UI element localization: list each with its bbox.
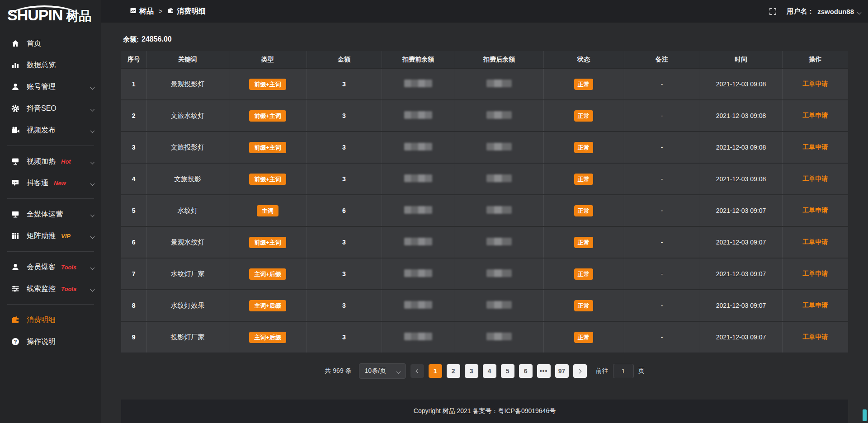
cell-keyword: 水纹灯 xyxy=(146,195,229,226)
goto-page: 前往 页 xyxy=(596,364,645,378)
ticket-request-link[interactable]: 工单申请 xyxy=(802,80,828,87)
vip-tag: VIP xyxy=(61,233,71,240)
goto-page-input[interactable] xyxy=(613,364,634,378)
cell-balance-after xyxy=(455,195,543,226)
ticket-request-link[interactable]: 工单申请 xyxy=(802,301,828,309)
type-badge: 主词 xyxy=(257,205,278,216)
more-pages-button[interactable]: ••• xyxy=(537,364,551,378)
cell-no: 4 xyxy=(121,163,146,195)
cell-status: 正常 xyxy=(543,195,624,226)
cell-no: 1 xyxy=(121,68,146,100)
sidebar-item-label: 全媒体运营 xyxy=(27,210,63,219)
cell-no: 6 xyxy=(121,226,146,258)
page-button-last[interactable]: 97 xyxy=(555,364,569,378)
ticket-request-link[interactable]: 工单申请 xyxy=(802,270,828,277)
page-size-select[interactable]: 10条/页 xyxy=(359,363,406,379)
sidebar-item-member-baoke[interactable]: 会员爆客 Tools xyxy=(0,256,101,278)
cell-type: 主词 xyxy=(229,195,307,226)
video-camera-icon xyxy=(11,126,20,134)
sidebar-item-label: 抖音SEO xyxy=(27,104,57,113)
col-header-keyword: 关键词 xyxy=(146,51,229,68)
sidebar-item-douyin-seo[interactable]: 抖音SEO xyxy=(0,98,101,119)
status-badge: 正常 xyxy=(574,268,593,280)
sidebar-nav: 首页 数据总览 账号管理 抖音SEO 视频发布 视频加热 Hot xyxy=(0,33,101,352)
cell-amount: 3 xyxy=(307,132,382,163)
page-button-5[interactable]: 5 xyxy=(501,364,514,378)
breadcrumb-current[interactable]: 消费明细 xyxy=(167,7,206,16)
redacted-value xyxy=(404,206,432,214)
ticket-request-link[interactable]: 工单申请 xyxy=(802,207,828,214)
sidebar-item-label: 视频发布 xyxy=(27,126,56,135)
sidebar-item-data-overview[interactable]: 数据总览 xyxy=(0,54,101,76)
sidebar-item-video-publish[interactable]: 视频发布 xyxy=(0,119,101,141)
ticket-request-link[interactable]: 工单申请 xyxy=(802,333,828,340)
page-size-value: 10条/页 xyxy=(365,367,386,375)
breadcrumb-home[interactable]: 树品 xyxy=(130,7,154,16)
ticket-request-link[interactable]: 工单申请 xyxy=(802,238,828,245)
sidebar-item-omnimedia[interactable]: 全媒体运营 xyxy=(0,203,101,225)
sidebar-item-label: 账号管理 xyxy=(27,82,56,92)
chevron-down-icon xyxy=(91,285,94,293)
cell-amount: 3 xyxy=(307,321,382,353)
home-icon xyxy=(11,39,20,47)
sidebar-item-consumption-details[interactable]: 消费明细 xyxy=(0,309,101,331)
next-page-button[interactable] xyxy=(573,364,587,378)
cell-status: 正常 xyxy=(543,258,624,290)
col-header-balance-after: 扣费后余额 xyxy=(455,51,543,68)
status-badge: 正常 xyxy=(574,332,593,343)
cell-balance-before xyxy=(382,258,455,290)
redacted-value xyxy=(486,174,512,182)
ticket-request-link[interactable]: 工单申请 xyxy=(802,175,828,182)
page-button-1[interactable]: 1 xyxy=(429,364,442,378)
col-header-no: 序号 xyxy=(121,51,146,68)
cell-remark: - xyxy=(624,195,700,226)
redacted-value xyxy=(486,143,512,150)
page-button-3[interactable]: 3 xyxy=(465,364,478,378)
main-area: 树品 > 消费明细 用户名： zswodun88 余额:24856.00 xyxy=(101,0,868,423)
page-button-4[interactable]: 4 xyxy=(483,364,496,378)
redacted-value xyxy=(486,111,512,119)
chevron-down-icon xyxy=(91,104,94,113)
cell-balance-before xyxy=(382,68,455,100)
redacted-value xyxy=(486,238,512,245)
scrollbar-thumb[interactable] xyxy=(863,409,867,421)
cell-action: 工单申请 xyxy=(782,321,848,353)
sidebar-item-clue-monitor[interactable]: 线索监控 Tools xyxy=(0,278,101,300)
chevron-down-icon xyxy=(91,263,94,271)
sidebar-divider xyxy=(7,251,94,252)
cell-balance-after xyxy=(455,226,543,258)
page-button-2[interactable]: 2 xyxy=(447,364,460,378)
type-badge: 前缀+主词 xyxy=(249,79,286,90)
sidebar-item-instructions[interactable]: ? 操作说明 xyxy=(0,331,101,352)
cell-type: 前缀+主词 xyxy=(229,132,307,163)
cell-balance-after xyxy=(455,258,543,290)
sidebar-item-matrix-boost[interactable]: 矩阵助推 VIP xyxy=(0,225,101,247)
cell-balance-after xyxy=(455,132,543,163)
wallet-icon xyxy=(11,316,20,324)
prev-page-button[interactable] xyxy=(410,364,424,378)
cell-keyword: 水纹灯效果 xyxy=(146,290,229,321)
type-badge: 前缀+主词 xyxy=(249,237,286,248)
fullscreen-icon[interactable] xyxy=(769,8,777,15)
sidebar-item-account-management[interactable]: 账号管理 xyxy=(0,76,101,98)
cell-balance-after xyxy=(455,68,543,100)
sidebar-item-home[interactable]: 首页 xyxy=(0,33,101,54)
sidebar-item-video-heat[interactable]: 视频加热 Hot xyxy=(0,150,101,172)
cell-balance-before xyxy=(382,100,455,132)
ticket-request-link[interactable]: 工单申请 xyxy=(802,112,828,119)
sidebar-item-doukertong[interactable]: 抖客通 New xyxy=(0,172,101,194)
user-icon xyxy=(11,83,20,91)
table-row: 3 文旅投影灯 前缀+主词 3 正常 - 2021-12-03 09:08 工单… xyxy=(121,132,848,163)
table-row: 4 文旅投影 前缀+主词 3 正常 - 2021-12-03 09:08 工单申… xyxy=(121,163,848,195)
type-badge: 前缀+主词 xyxy=(249,174,286,185)
status-badge: 正常 xyxy=(574,205,593,216)
chevron-down-icon xyxy=(91,210,94,218)
table-body: 1 景观投影灯 前缀+主词 3 正常 - 2021-12-03 09:08 工单… xyxy=(121,68,848,353)
cell-time: 2021-12-03 09:08 xyxy=(700,68,782,100)
page-button-6[interactable]: 6 xyxy=(519,364,533,378)
user-menu[interactable]: 用户名： zswodun88 xyxy=(787,7,861,16)
ticket-request-link[interactable]: 工单申请 xyxy=(802,143,828,150)
sliders-icon xyxy=(11,285,20,293)
table-row: 8 水纹灯效果 主词+后缀 3 正常 - 2021-12-03 09:07 工单… xyxy=(121,290,848,321)
cell-type: 主词+后缀 xyxy=(229,321,307,353)
